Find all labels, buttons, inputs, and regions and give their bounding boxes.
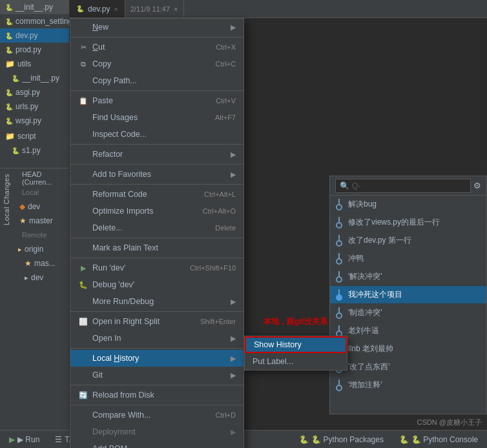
menu-favorites-label: Add to Favorites xyxy=(92,170,151,179)
lc-remote-master[interactable]: ★ mas... xyxy=(16,256,70,270)
copy-icon: ⧉ xyxy=(78,59,88,69)
git-entry-10[interactable]: '增加注释' xyxy=(330,376,486,394)
file-wsgi[interactable]: 🐍 wsgi.py xyxy=(0,114,69,128)
todo-icon: ☰ xyxy=(55,435,62,444)
menu-new[interactable]: New ▶ xyxy=(70,19,244,36)
menu-add-bom-label: Add BOM xyxy=(92,444,127,448)
menu-compare[interactable]: Compare With... Ctrl+D xyxy=(70,407,244,423)
local-changes-label: Local Changes xyxy=(3,174,10,225)
git-entry-3[interactable]: 冲鸭 xyxy=(330,250,486,268)
file-urls[interactable]: 🐍 urls.py xyxy=(0,99,69,114)
local-history-submenu: Show History Put Label... xyxy=(244,336,347,371)
file-init-1[interactable]: 🐍 __init__.py xyxy=(0,0,69,14)
menu-refactor[interactable]: Refactor ▶ xyxy=(70,146,244,163)
menu-deployment[interactable]: Deployment ▶ xyxy=(70,423,244,440)
git-entry-1[interactable]: 修改了views.py的最后一行 xyxy=(330,214,486,232)
menu-add-bom[interactable]: Add BOM xyxy=(70,440,244,448)
optimize-icon xyxy=(78,206,88,216)
python-console-label: 🐍 Python Console xyxy=(411,435,478,444)
submenu-show-history[interactable]: Show History xyxy=(245,336,347,353)
file-name: prod.py xyxy=(16,45,41,54)
git-entry-0[interactable]: 解决bug xyxy=(330,196,486,214)
folder-utils[interactable]: 📁 utils xyxy=(0,57,69,71)
search-placeholder: Q- xyxy=(352,181,360,190)
file-asgi[interactable]: 🐍 asgi.py xyxy=(0,85,69,99)
folder-script[interactable]: 📁 script xyxy=(0,129,69,143)
menu-find-usages[interactable]: Find Usages Alt+F7 xyxy=(70,109,244,126)
bottom-right-area: 🐍 🐍 Python Packages 🐍 🐍 Python Console xyxy=(295,433,482,447)
lc-master-branch[interactable]: ★ master xyxy=(16,214,70,228)
origin-label: origin xyxy=(25,245,43,254)
more-run-arrow-icon: ▶ xyxy=(231,298,236,306)
file-name: urls.py xyxy=(16,102,38,111)
git-dot-5 xyxy=(336,294,342,301)
git-message-10: '增加注释' xyxy=(348,380,481,391)
menu-add-to-favorites[interactable]: Add to Favorites ▶ xyxy=(70,166,244,183)
git-entry-4[interactable]: '解决冲突' xyxy=(330,268,486,286)
sep-4 xyxy=(70,164,244,165)
context-menu: New ▶ ✂ Cut Ctrl+X ⧉ Copy Ctrl+C Copy Pa… xyxy=(70,18,244,448)
git-entry-5[interactable]: 我冲死这个项目 xyxy=(330,286,486,304)
menu-mark-plain-label: Mark as Plain Text xyxy=(92,243,158,252)
file-prod-py[interactable]: 🐍 prod.py xyxy=(0,43,69,57)
menu-more-run-debug[interactable]: More Run/Debug ▶ xyxy=(70,293,244,310)
lc-head[interactable]: HEAD (Curren... xyxy=(16,171,70,185)
tab-dev-py[interactable]: 🐍 dev.py × xyxy=(70,0,125,17)
menu-inspect-code[interactable]: Inspect Code... xyxy=(70,126,244,143)
file-s1[interactable]: 🐍 s1.py xyxy=(0,143,69,158)
git-message-5: 我冲死这个项目 xyxy=(348,289,481,300)
file-name: wsgi.py xyxy=(16,116,41,125)
git-message-0: 解决bug xyxy=(348,199,481,210)
tab-timestamp-close[interactable]: × xyxy=(174,5,178,13)
menu-paste-label: Paste xyxy=(92,96,113,105)
python-console-button[interactable]: 🐍 🐍 Python Console xyxy=(395,433,482,447)
menu-paste[interactable]: 📋 Paste Ctrl+V xyxy=(70,92,244,109)
menu-copy[interactable]: ⧉ Copy Ctrl+C xyxy=(70,56,244,72)
submenu-put-label[interactable]: Put Label... xyxy=(245,353,347,370)
python-packages-button[interactable]: 🐍 🐍 Python Packages xyxy=(295,433,388,447)
lc-origin-folder[interactable]: ▸ origin xyxy=(16,242,70,256)
menu-local-history[interactable]: Local History ▶ xyxy=(70,350,244,367)
git-entry-6[interactable]: '制造冲突' xyxy=(330,304,486,322)
compare-shortcut: Ctrl+D xyxy=(216,411,236,419)
reload-icon: 🔄 xyxy=(78,390,88,400)
file-init-2[interactable]: 🐍 __init__.py xyxy=(0,71,69,85)
git-entry-2[interactable]: 改了dev.py 第一行 xyxy=(330,232,486,250)
git-dot-4 xyxy=(336,276,342,283)
git-message-2: 改了dev.py 第一行 xyxy=(348,235,481,246)
menu-mark-plain[interactable]: Mark as Plain Text xyxy=(70,239,244,256)
lc-dev-branch[interactable]: ◆ dev xyxy=(16,199,70,214)
menu-cut[interactable]: ✂ Cut Ctrl+X xyxy=(70,39,244,56)
menu-debug-label: Debug 'dev' xyxy=(92,280,134,289)
menu-optimize-imports[interactable]: Optimize Imports Ctrl+Alt+O xyxy=(70,203,244,219)
git-dot-10 xyxy=(336,385,342,391)
search-icon: 🔍 xyxy=(340,181,349,190)
delete-shortcut: Delete xyxy=(215,224,236,232)
git-entry-7[interactable]: 老刘牛逼 xyxy=(330,322,486,340)
copy-path-icon xyxy=(78,76,88,86)
git-entry-9[interactable]: '改了点东西' xyxy=(330,358,486,376)
git-log-entries: 解决bug 修改了views.py的最后一行 改了dev.py 第一行 xyxy=(330,196,486,394)
lc-remote-dev[interactable]: ▸ dev xyxy=(16,270,70,285)
menu-open-in[interactable]: Open In ▶ xyxy=(70,330,244,347)
menu-open-right[interactable]: ⬜ Open in Right Split Shift+Enter xyxy=(70,313,244,330)
menu-run[interactable]: ▶ Run 'dev' Ctrl+Shift+F10 xyxy=(70,260,244,276)
run-label: ▶ Run xyxy=(17,435,39,444)
menu-copy-path[interactable]: Copy Path... xyxy=(70,72,244,89)
git-icon xyxy=(78,370,88,380)
run-button[interactable]: ▶ ▶ Run xyxy=(5,433,43,447)
file-common-settings[interactable]: 🐍 common_settings.py xyxy=(0,14,69,28)
star-icon-2: ★ xyxy=(25,259,32,268)
menu-reload[interactable]: 🔄 Reload from Disk xyxy=(70,387,244,403)
menu-git[interactable]: Git ▶ xyxy=(70,367,244,383)
py-icon: 🐍 xyxy=(5,89,13,96)
menu-delete[interactable]: Delete... Delete xyxy=(70,219,244,236)
tab-close-icon[interactable]: × xyxy=(114,5,118,13)
deployment-arrow-icon: ▶ xyxy=(231,428,236,436)
menu-reformat[interactable]: Reformat Code Ctrl+Alt+L xyxy=(70,186,244,203)
git-entry-8[interactable]: llnb 老刘最帅 xyxy=(330,340,486,358)
git-search-box[interactable]: 🔍 Q- xyxy=(335,179,471,193)
gear-icon[interactable]: ⚙ xyxy=(473,181,481,190)
menu-debug[interactable]: 🐛 Debug 'dev' xyxy=(70,276,244,293)
file-dev-py[interactable]: 🐍 dev.py xyxy=(0,28,69,43)
